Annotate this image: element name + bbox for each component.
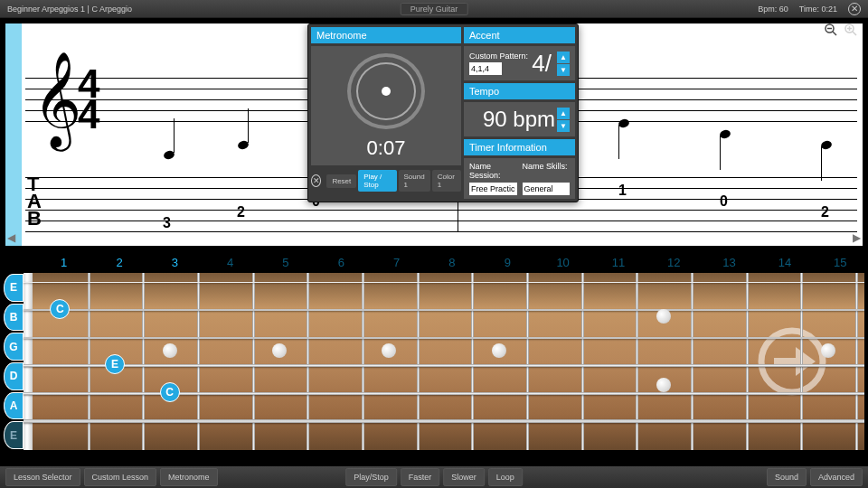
name-session-label: Name Session: [469, 162, 517, 180]
slower-button[interactable]: Slower [443, 468, 485, 486]
custom-pattern-input[interactable] [469, 62, 502, 75]
string-label: E [4, 421, 24, 449]
fret-number: 11 [590, 256, 646, 269]
string-label: E [4, 274, 24, 302]
metronome-button[interactable]: Metronome [160, 468, 218, 486]
fret-wire [252, 273, 255, 450]
metronome-dial: 0:07 [311, 46, 461, 165]
sound-button[interactable]: Sound 1 [399, 170, 430, 192]
fret-inlay [492, 343, 506, 358]
tempo-up-button[interactable]: ▲ [557, 108, 570, 119]
fret-inlay [656, 378, 671, 392]
custom-lesson-button[interactable]: Custom Lesson [84, 468, 157, 486]
metronome-header: Metronome [311, 27, 461, 43]
fret-wire [746, 273, 749, 450]
fret-wire [307, 273, 309, 450]
string-label: B [4, 304, 24, 332]
fret-number: 9 [480, 256, 535, 269]
tab-number: 1 [618, 183, 627, 199]
top-bar: Beginner Arpeggios 1 | C Arpeggio Purely… [0, 0, 868, 18]
fret-inlay [656, 309, 671, 324]
bottom-bar: Lesson Selector Custom Lesson Metronome … [0, 466, 868, 488]
metronome-panel: Metronome 0:07 ✕ Reset Play / Stop Sound… [307, 23, 579, 202]
nut [24, 273, 33, 450]
tempo-value: 90 bpm [483, 107, 555, 132]
fret-wire [636, 273, 638, 450]
fret-number: 13 [702, 256, 757, 269]
tab-number: 2 [237, 204, 245, 221]
fret-wire [88, 273, 90, 450]
metronome-timer: 0:07 [367, 136, 406, 160]
fret-wire [471, 273, 474, 450]
string [24, 337, 864, 339]
reset-button[interactable]: Reset [326, 174, 356, 188]
fret-number: 15 [813, 256, 868, 269]
fret-number: 12 [646, 256, 702, 269]
fret-wire [855, 273, 858, 450]
name-skills-input[interactable] [523, 183, 571, 195]
fret-wire [800, 273, 803, 450]
fret-wire [526, 273, 529, 450]
close-button[interactable]: ✕ [848, 3, 861, 15]
fret-number: 1 [36, 256, 91, 269]
score-next-button[interactable]: ▶ [853, 231, 861, 244]
fret-wire [417, 273, 420, 450]
fret-wire [142, 273, 145, 450]
fret-number: 8 [424, 256, 479, 269]
fretboard[interactable]: CEC [24, 273, 864, 450]
loop-button[interactable]: Loop [488, 468, 523, 486]
sound-settings-button[interactable]: Sound [767, 468, 807, 486]
custom-pattern-label: Custom Pattern: [469, 52, 528, 61]
fretboard-area: 123456789101112131415 EBGDAE CEC [0, 251, 868, 466]
note [820, 139, 833, 150]
accent-up-button[interactable]: ▲ [557, 52, 570, 63]
string [24, 309, 864, 311]
fret-wire [581, 273, 584, 450]
transport-playstop-button[interactable]: Play/Stop [345, 468, 397, 486]
name-session-input[interactable] [469, 183, 517, 195]
fret-number: 10 [535, 256, 590, 269]
accent-header: Accent [464, 27, 575, 43]
panel-close-button[interactable]: ✕ [311, 174, 321, 187]
lesson-selector-button[interactable]: Lesson Selector [5, 468, 80, 486]
score-prev-button[interactable]: ◀ [7, 231, 15, 244]
playstop-button[interactable]: Play / Stop [358, 170, 396, 192]
zoom-out-button[interactable] [823, 22, 839, 38]
zoom-in-button[interactable] [843, 22, 859, 38]
playhead-column [5, 23, 22, 246]
name-skills-label: Name Skills: [523, 162, 571, 180]
accent-display: 4/ [532, 50, 552, 78]
string-label: A [4, 392, 24, 420]
tab-number: 2 [821, 204, 829, 221]
tab-number: 0 [720, 193, 728, 210]
fret-number: 3 [147, 256, 203, 269]
string [24, 282, 864, 283]
advanced-button[interactable]: Advanced [810, 468, 863, 486]
fret-wire [691, 273, 693, 450]
svg-line-1 [833, 32, 836, 35]
faster-button[interactable]: Faster [401, 468, 440, 486]
finger-dot[interactable]: E [105, 354, 125, 374]
brand-badge: Purely Guitar [401, 3, 468, 15]
fret-number: 4 [203, 256, 258, 269]
string-label: G [4, 333, 24, 361]
fret-number: 14 [757, 256, 812, 269]
string [24, 364, 864, 367]
color-button[interactable]: Color 1 [432, 170, 461, 192]
fret-wire [362, 273, 364, 450]
fret-number: 5 [258, 256, 313, 269]
finger-dot[interactable]: C [50, 299, 70, 319]
tempo-down-button[interactable]: ▼ [557, 120, 570, 132]
fret-number: 2 [91, 256, 146, 269]
string-label: D [4, 362, 24, 390]
timer-info-header: Timer Information [464, 139, 575, 155]
lesson-title: Beginner Arpeggios 1 | C Arpeggio [7, 5, 132, 14]
fret-inlay [382, 343, 396, 358]
fret-inlay [163, 343, 177, 358]
bpm-label: Bpm: 60 [758, 5, 788, 14]
accent-down-button[interactable]: ▼ [557, 64, 570, 76]
finger-dot[interactable]: C [160, 382, 180, 402]
fret-numbers: 123456789101112131415 [0, 251, 868, 273]
svg-line-4 [853, 32, 856, 35]
string-labels: EBGDAE [4, 273, 24, 450]
